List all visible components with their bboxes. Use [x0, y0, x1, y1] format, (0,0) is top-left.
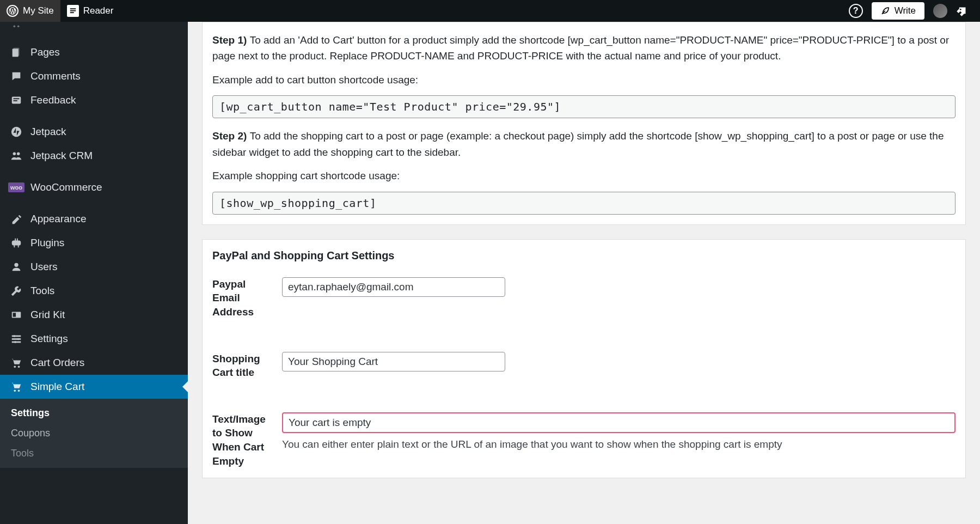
sidebar-item-cart-orders[interactable]: Cart Orders: [0, 351, 188, 375]
sidebar-label: Comments: [30, 70, 81, 82]
svg-point-22: [14, 341, 16, 343]
svg-point-5: [17, 26, 20, 28]
topbar-right: ? Write: [849, 2, 980, 20]
sidebar-item-jetpack[interactable]: Jetpack: [0, 120, 188, 144]
sidebar-item-plugins[interactable]: Plugins: [0, 231, 188, 255]
sidebar-label: Pages: [30, 46, 60, 58]
sidebar-item-media[interactable]: [0, 22, 188, 40]
svg-point-11: [11, 127, 21, 137]
sidebar-item-users[interactable]: Users: [0, 255, 188, 279]
submenu-coupons[interactable]: Coupons: [0, 423, 188, 443]
step1-text: To add an 'Add to Cart' button for a pro…: [212, 34, 949, 62]
svg-rect-18: [12, 338, 21, 340]
svg-rect-9: [14, 98, 20, 99]
submenu-tools[interactable]: Tools: [0, 443, 188, 464]
main-content: Step 1) To add an 'Add to Cart' button f…: [188, 22, 980, 524]
my-site-link[interactable]: My Site: [0, 0, 60, 22]
sidebar-label: Appearance: [30, 213, 86, 225]
sidebar-item-gridkit[interactable]: Grid Kit: [0, 303, 188, 327]
sidebar-label: WooCommerce: [30, 181, 102, 193]
main-layout: Pages Comments Feedback Jetpack Jetpack …: [0, 22, 980, 524]
sidebar-label: Settings: [30, 333, 68, 345]
svg-point-12: [13, 153, 16, 156]
svg-point-23: [14, 366, 16, 368]
example2-code: [show_wp_shopping_cart]: [212, 192, 955, 215]
svg-point-14: [14, 263, 18, 267]
sidebar-item-appearance[interactable]: Appearance: [0, 207, 188, 231]
cart-title-input[interactable]: [282, 352, 505, 371]
step2-paragraph: Step 2) To add the shopping cart to a po…: [212, 128, 955, 160]
svg-rect-17: [12, 336, 21, 337]
empty-cart-help: You can either enter plain text or the U…: [282, 438, 955, 450]
svg-rect-1: [70, 10, 76, 11]
user-avatar[interactable]: [933, 4, 947, 18]
wordpress-logo-icon: [7, 5, 19, 17]
wp-topbar: My Site Reader ? Write: [0, 0, 980, 22]
sidebar-label: Jetpack CRM: [30, 150, 93, 162]
svg-rect-0: [70, 8, 76, 9]
jetpack-icon: [10, 125, 23, 138]
woocommerce-icon: woo: [10, 181, 23, 194]
sidebar-item-woocommerce[interactable]: woo WooCommerce: [0, 175, 188, 199]
sidebar-label: Simple Cart: [30, 381, 84, 393]
sidebar-label: Jetpack: [30, 126, 66, 138]
settings-title: PayPal and Shopping Cart Settings: [212, 249, 955, 262]
sidebar-item-feedback[interactable]: Feedback: [0, 88, 188, 112]
simple-cart-submenu: Settings Coupons Tools: [0, 399, 188, 468]
sidebar-item-comments[interactable]: Comments: [0, 64, 188, 88]
step1-label: Step 1): [212, 34, 250, 46]
sidebar-label: Grid Kit: [30, 309, 65, 321]
step2-text: To add the shopping cart to a post or pa…: [212, 130, 944, 157]
gridkit-icon: [10, 308, 23, 321]
sidebar-item-jetpack-crm[interactable]: Jetpack CRM: [0, 144, 188, 168]
help-icon[interactable]: ?: [849, 4, 863, 18]
sidebar-label: Plugins: [30, 237, 64, 249]
example1-code: [wp_cart_button name="Test Product" pric…: [212, 95, 955, 118]
cart-icon: [10, 356, 23, 369]
sidebar-item-pages[interactable]: Pages: [0, 40, 188, 64]
svg-point-25: [14, 390, 16, 392]
svg-point-24: [18, 366, 20, 368]
reader-link[interactable]: Reader: [60, 0, 120, 22]
plugins-icon: [10, 236, 23, 249]
cart-title-row: Shopping Cart title: [212, 352, 955, 380]
svg-rect-16: [13, 313, 16, 316]
my-site-label: My Site: [23, 5, 54, 16]
reader-icon: [67, 5, 79, 17]
empty-cart-input[interactable]: [282, 412, 955, 433]
svg-point-20: [14, 335, 16, 337]
sidebar-item-simple-cart[interactable]: Simple Cart: [0, 375, 188, 399]
leaf-icon: [880, 6, 890, 16]
svg-point-26: [18, 390, 20, 392]
sidebar-item-tools[interactable]: Tools: [0, 279, 188, 303]
sidebar-item-settings[interactable]: Settings: [0, 327, 188, 351]
paypal-email-input[interactable]: [282, 277, 505, 297]
svg-rect-7: [13, 49, 19, 57]
svg-point-3: [960, 9, 961, 10]
example1-label: Example add to cart button shortcode usa…: [212, 72, 955, 88]
svg-rect-10: [14, 100, 17, 101]
sidebar-label: Feedback: [30, 94, 76, 106]
write-button[interactable]: Write: [872, 2, 924, 20]
cart-title-label: Shopping Cart title: [212, 352, 271, 380]
svg-rect-2: [70, 12, 74, 13]
example2-label: Example shopping cart shortcode usage:: [212, 168, 955, 184]
feedback-icon: [10, 94, 23, 107]
step2-label: Step 2): [212, 130, 250, 142]
topbar-left: My Site Reader: [0, 0, 120, 22]
comments-icon: [10, 70, 23, 83]
sidebar-label: Cart Orders: [30, 357, 84, 369]
notifications-icon[interactable]: [956, 5, 968, 17]
usage-panel: Step 1) To add an 'Add to Cart' button f…: [202, 22, 966, 225]
tools-icon: [10, 284, 23, 297]
svg-point-4: [14, 26, 16, 28]
settings-icon: [10, 332, 23, 345]
sidebar-label: Tools: [30, 285, 54, 297]
paypal-settings-panel: PayPal and Shopping Cart Settings Paypal…: [202, 239, 966, 479]
svg-point-21: [17, 338, 20, 340]
media-icon: [10, 22, 23, 35]
submenu-settings[interactable]: Settings: [0, 403, 188, 423]
step1-paragraph: Step 1) To add an 'Add to Cart' button f…: [212, 32, 955, 64]
users-icon: [10, 260, 23, 273]
svg-point-13: [17, 153, 20, 156]
